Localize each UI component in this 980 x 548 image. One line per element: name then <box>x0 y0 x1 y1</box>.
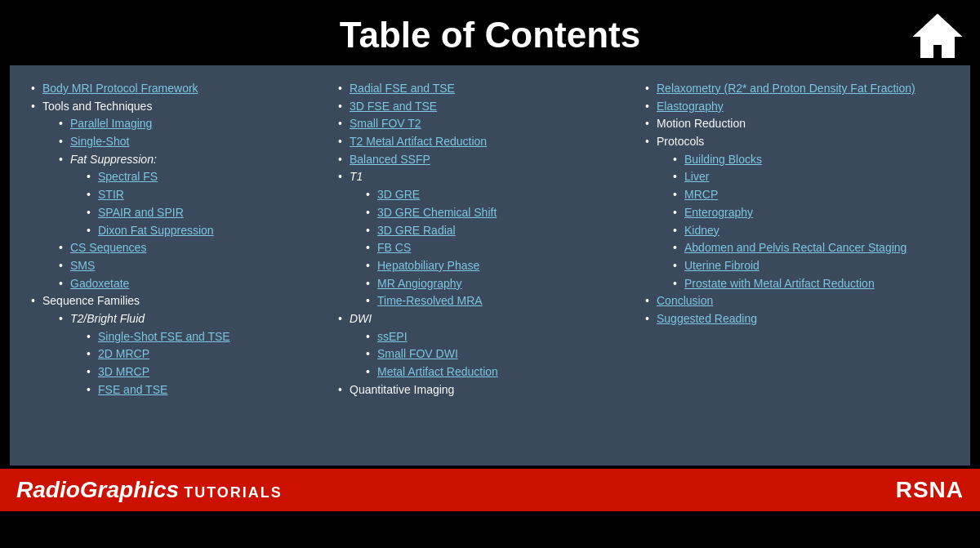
list-item[interactable]: Building Blocks <box>671 151 942 169</box>
list-item[interactable]: Conclusion <box>644 292 942 310</box>
list-item[interactable]: SPAIR and SPIR <box>85 204 328 222</box>
list-item: Protocols Building Blocks Liver MRCP Ent… <box>644 133 942 292</box>
list-item: T1 3D GRE 3D GRE Chemical Shift 3D GRE R… <box>336 168 635 310</box>
list-item[interactable]: T2 Metal Artifact Reduction <box>336 133 635 151</box>
list-item: Quantitative Imaging <box>336 381 635 399</box>
list-item[interactable]: 3D MRCP <box>85 363 328 381</box>
list-item[interactable]: STIR <box>85 186 328 204</box>
list-item[interactable]: Small FOV DWI <box>364 345 635 363</box>
list-item[interactable]: 3D GRE <box>364 186 635 204</box>
list-item[interactable]: 2D MRCP <box>85 345 328 363</box>
list-item: Tools and Techniques Parallel Imaging Si… <box>29 98 328 293</box>
list-item[interactable]: ssEPI <box>364 328 635 346</box>
list-item[interactable]: 3D GRE Chemical Shift <box>364 204 635 222</box>
list-item[interactable]: Dixon Fat Suppression <box>85 222 328 240</box>
list-item[interactable]: Relaxometry (R2* and Proton Density Fat … <box>644 80 942 98</box>
footer: RadioGraphics TUTORIALS RSNA <box>0 469 980 511</box>
list-item[interactable]: Balanced SSFP <box>336 151 635 169</box>
list-item[interactable]: Abdomen and Pelvis Rectal Cancer Staging <box>671 239 942 257</box>
footer-radiographics-label: RadioGraphics <box>16 477 179 503</box>
list-item[interactable]: Uterine Fibroid <box>671 257 942 275</box>
list-item: Motion Reduction <box>644 115 942 133</box>
list-item[interactable]: Body MRI Protocol Framework <box>29 80 328 98</box>
list-item[interactable]: Spectral FS <box>85 168 328 186</box>
list-item[interactable]: FB CS <box>364 239 635 257</box>
column-3: Relaxometry (R2* and Proton Density Fat … <box>644 80 951 454</box>
svg-marker-0 <box>915 15 960 57</box>
footer-tutorials-label: TUTORIALS <box>184 484 283 501</box>
list-item: DWI ssEPI Small FOV DWI Metal Artifact R… <box>336 310 635 381</box>
list-item[interactable]: Gadoxetate <box>57 275 328 293</box>
page-title: Table of Contents <box>340 15 640 55</box>
list-item: T2/Bright Fluid Single-Shot FSE and TSE … <box>57 310 328 399</box>
footer-brand: RadioGraphics TUTORIALS <box>16 477 283 503</box>
list-item[interactable]: FSE and TSE <box>85 381 328 399</box>
header: Table of Contents <box>0 0 980 65</box>
list-item[interactable]: Metal Artifact Reduction <box>364 363 635 381</box>
column-2: Radial FSE and TSE 3D FSE and TSE Small … <box>336 80 644 454</box>
list-item[interactable]: Single-Shot <box>57 133 328 151</box>
list-item[interactable]: Enterography <box>671 204 942 222</box>
list-item[interactable]: Hepatobiliary Phase <box>364 257 635 275</box>
list-item[interactable]: CS Sequences <box>57 239 328 257</box>
list-item[interactable]: MR Angiography <box>364 275 635 293</box>
list-item[interactable]: MRCP <box>671 186 942 204</box>
footer-rsna-label: RSNA <box>896 477 964 503</box>
home-icon[interactable] <box>911 10 964 62</box>
content-area: Body MRI Protocol Framework Tools and Te… <box>10 65 970 466</box>
column-1: Body MRI Protocol Framework Tools and Te… <box>29 80 336 454</box>
body-mri-link[interactable]: Body MRI Protocol Framework <box>42 82 198 95</box>
list-item[interactable]: Suggested Reading <box>644 310 942 328</box>
list-item[interactable]: Elastography <box>644 98 942 116</box>
list-item[interactable]: 3D FSE and TSE <box>336 98 635 116</box>
list-item[interactable]: Single-Shot FSE and TSE <box>85 328 328 346</box>
list-item[interactable]: 3D GRE Radial <box>364 222 635 240</box>
list-item[interactable]: Prostate with Metal Artifact Reduction <box>671 275 942 293</box>
tools-techniques-label: Tools and Techniques <box>42 100 152 113</box>
list-item: Fat Suppression: Spectral FS STIR SPAIR … <box>57 151 328 239</box>
list-item[interactable]: Small FOV T2 <box>336 115 635 133</box>
list-item[interactable]: Time-Resolved MRA <box>364 292 635 310</box>
list-item[interactable]: Liver <box>671 168 942 186</box>
list-item: Sequence Families T2/Bright Fluid Single… <box>29 292 328 399</box>
list-item[interactable]: SMS <box>57 257 328 275</box>
list-item[interactable]: Parallel Imaging <box>57 115 328 133</box>
list-item[interactable]: Kidney <box>671 222 942 240</box>
list-item[interactable]: Radial FSE and TSE <box>336 80 635 98</box>
